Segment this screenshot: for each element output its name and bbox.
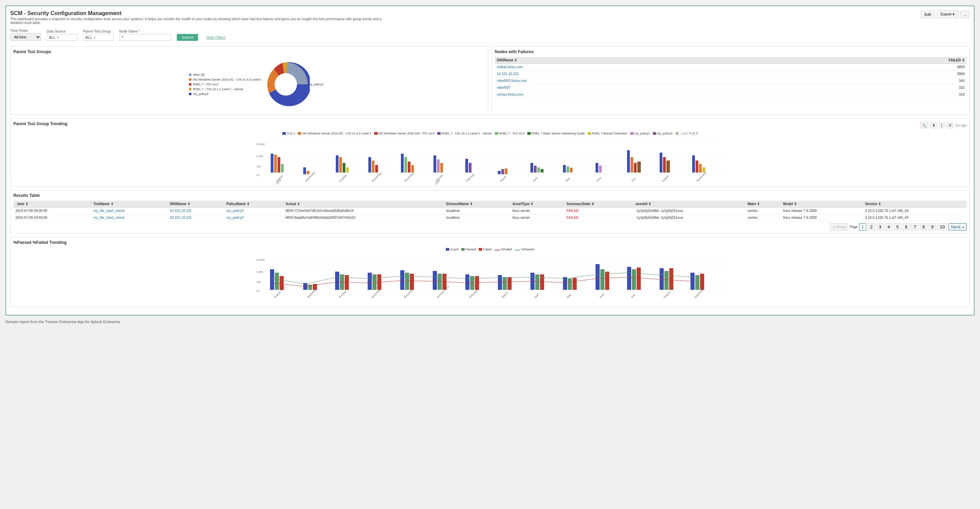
results-col-header[interactable]: _time ⇕	[13, 201, 91, 207]
svg-text:September: September	[304, 171, 316, 182]
svg-rect-37	[465, 159, 468, 172]
page-7-button[interactable]: 7	[911, 223, 918, 230]
page-10-button[interactable]: 10	[937, 223, 947, 230]
legend-label-rhel-cis: RHEL 7 - CIS v3.1.1 Level 1 - Server	[193, 88, 243, 91]
legend-rect-ms-pci	[374, 132, 378, 135]
result-dnsname[interactable]: 10.101.10.101	[168, 207, 224, 214]
result-testname[interactable]: my_file_hash_check	[91, 214, 168, 221]
node-dns-cell[interactable]: 10.101.10.101	[495, 71, 792, 78]
separator-btn[interactable]: |	[939, 123, 944, 128]
prev-page-button[interactable]: « Prev	[830, 223, 848, 230]
results-col-header[interactable]: PolicyName ⇕	[224, 201, 284, 207]
result-testname[interactable]: my_file_hash_check	[91, 207, 168, 214]
svg-rect-107	[503, 277, 507, 290]
page-1-button[interactable]: 1	[859, 223, 866, 230]
col-failed[interactable]: FAILED ⇕	[792, 57, 967, 64]
svg-rect-116	[573, 278, 577, 290]
results-col-header[interactable]: Make ⇕	[746, 201, 781, 207]
svg-text:10,000: 10,000	[256, 143, 265, 146]
page-5-button[interactable]: 5	[894, 223, 901, 230]
svg-rect-124	[636, 268, 641, 290]
legend-rect-count	[446, 248, 449, 251]
svg-rect-49	[563, 165, 566, 172]
legend-label-mypolicy3: my_policy3	[193, 92, 208, 96]
svg-rect-118	[595, 264, 600, 290]
legend-label-gfu1: G:fu 1	[287, 132, 295, 135]
legend-rect-mypolicy3-trend	[653, 132, 656, 135]
page-9-button[interactable]: 9	[929, 223, 936, 230]
parent-test-group-tag[interactable]: ALL ×	[83, 34, 114, 41]
result-model: linux release 7.9.2009	[781, 214, 863, 221]
page-2-button[interactable]: 2	[868, 223, 875, 230]
legend-label-rhel-breach: RHEL 7 Breach Detection	[592, 132, 627, 135]
hide-filters-button[interactable]: Hide Filters	[204, 34, 228, 41]
results-col-header[interactable]: TestName ⇕	[91, 201, 168, 207]
refresh-icon-btn[interactable]: ↺	[947, 123, 953, 128]
svg-rect-47	[541, 169, 544, 172]
svg-rect-54	[599, 166, 602, 172]
node-failed-cell: 346	[792, 78, 967, 85]
results-col-header[interactable]: SummaryState ⇕	[564, 201, 633, 207]
result-actual: MD5=7216e5e07df12d1cf4eea0585a5d6b15	[283, 207, 444, 214]
node-dns-cell[interactable]: rdtref007	[495, 85, 792, 91]
time-picker-select[interactable]: All time	[10, 33, 41, 41]
node-dns-cell[interactable]: redhat.fortra.com	[495, 64, 792, 71]
page-3-button[interactable]: 3	[877, 223, 884, 230]
col-dnsname[interactable]: DNSName ⇕	[495, 57, 792, 64]
svg-rect-50	[566, 166, 569, 172]
svg-rect-44	[530, 163, 533, 172]
download-icon-btn[interactable]: ⬇	[930, 123, 937, 128]
node-dns-cell[interactable]: centos.fortra.com	[495, 91, 792, 98]
data-source-clear[interactable]: ×	[57, 35, 59, 40]
svg-rect-79	[275, 273, 279, 290]
next-page-button[interactable]: Next »	[948, 223, 967, 230]
result-dnsname[interactable]: 10.101.10.101	[168, 214, 224, 221]
node-failed-cell: 9859	[792, 64, 967, 71]
page-4-button[interactable]: 4	[885, 223, 892, 230]
legend-label-pct-failed: %Failed	[501, 247, 512, 251]
svg-text:10,000: 10,000	[256, 258, 265, 262]
svg-rect-20	[343, 163, 345, 172]
legend-item-rhel-pci: RHEL 7 - PCI v4.0	[189, 83, 262, 86]
table-row: 10.101.10.101 3868	[495, 71, 967, 78]
results-col-header[interactable]: assetid ⇕	[633, 201, 746, 207]
more-options-button[interactable]: ...	[961, 11, 970, 18]
results-col-header[interactable]: DNSName ⇕	[168, 201, 224, 207]
svg-rect-63	[667, 161, 670, 172]
legend-rect-passed	[461, 248, 465, 251]
results-col-header[interactable]: ElementName ⇕	[444, 201, 510, 207]
edit-button[interactable]: Edit	[921, 11, 935, 18]
export-button[interactable]: Export ▾	[937, 10, 958, 18]
result-policyname[interactable]: my_policy3	[224, 207, 284, 214]
parent-test-group-clear[interactable]: ×	[94, 35, 95, 40]
svg-rect-56	[627, 150, 630, 172]
node-name-input[interactable]	[119, 34, 171, 41]
results-col-header[interactable]: Model ⇕	[781, 201, 863, 207]
legend-rect-konnichiha	[675, 132, 679, 135]
time-picker-group: Time Picker All time	[10, 29, 41, 41]
results-col-header[interactable]: AssetType ⇕	[510, 201, 564, 207]
page-6-button[interactable]: 6	[902, 223, 910, 230]
pagination: « Prev Page 1 2 3 4 5 6 7 8 9 10 Next »	[13, 223, 967, 230]
table-row: 2024-07-09 03:50:00 my_file_hash_check 1…	[13, 214, 967, 221]
trending-title: Parent Test Group Trending	[13, 121, 67, 126]
result-policyname[interactable]: my_policy3	[224, 214, 284, 221]
node-dns-cell[interactable]: rdtref003.fortra.com	[495, 78, 792, 85]
page-8-button[interactable]: 8	[920, 223, 927, 230]
svg-rect-126	[660, 268, 664, 290]
passed-failed-title: %Passed %Failed Trending	[13, 240, 967, 245]
results-col-header[interactable]: Actual ⇕	[283, 201, 444, 207]
svg-text:June: June	[595, 176, 602, 182]
svg-rect-127	[664, 271, 668, 290]
legend-pct-passed: %Passed	[515, 247, 534, 251]
search-icon-btn[interactable]: 🔍	[920, 123, 928, 128]
legend-rhel-breach: RHEL 7 Breach Detection	[588, 131, 627, 136]
parent-test-group-filter-group: Parent Test Group ALL ×	[83, 29, 114, 41]
data-source-tag[interactable]: ALL ×	[46, 34, 78, 41]
legend-dot-windows	[189, 78, 191, 81]
results-col-header[interactable]: Version ⇕	[863, 201, 967, 207]
legend-label-ms-cis: MS Windows Server 2016 DC - CIS v1.4.0 L…	[302, 132, 371, 135]
svg-rect-41	[501, 169, 504, 174]
submit-button[interactable]: Submit	[177, 34, 198, 41]
node-failed-cell: 3868	[792, 71, 967, 78]
